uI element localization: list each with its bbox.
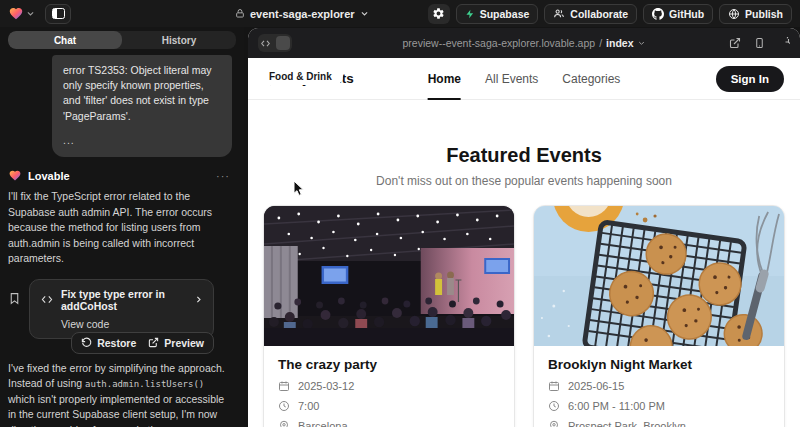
github-button[interactable]: GitHub [643, 4, 713, 24]
sidebar-toggle-icon [52, 8, 65, 19]
supabase-button-label: Supabase [480, 8, 530, 20]
lovable-logo-menu[interactable] [8, 6, 35, 21]
open-in-new-tab-button[interactable] [729, 37, 741, 49]
user-message-text: error TS2353: Object literal may only sp… [63, 64, 212, 122]
event-location: Barcelona [298, 420, 348, 427]
event-image-cookies [534, 206, 784, 346]
user-message-bubble: error TS2353: Object literal may only sp… [52, 55, 232, 157]
event-time: 6:00 PM - 11:00 PM [568, 400, 665, 412]
event-title: The crazy party [278, 357, 500, 372]
external-link-icon [148, 337, 159, 348]
refresh-icon [778, 37, 790, 49]
restore-icon [81, 337, 92, 348]
globe-icon [728, 8, 740, 20]
publish-button-label: Publish [745, 8, 783, 20]
event-cards: Arts The crazy party 2025-03-12 7:00 [248, 205, 800, 427]
featured-events-title: Featured Events [248, 144, 800, 167]
github-button-label: GitHub [669, 8, 704, 20]
nav-home[interactable]: Home [428, 58, 461, 100]
event-card-crazy-party[interactable]: Arts The crazy party 2025-03-12 7:00 [263, 205, 515, 427]
code-preview-toggle[interactable] [258, 34, 292, 52]
message-actions: Restore Preview [71, 332, 214, 354]
nav-all-events[interactable]: All Events [485, 58, 538, 100]
message-expand-ellipsis[interactable]: ... [63, 133, 221, 148]
fix-code-card[interactable]: Fix type type error in addCoHost View co… [29, 279, 214, 339]
toggle-knob [276, 36, 290, 50]
collaborate-button[interactable]: Collaborate [544, 4, 637, 24]
restore-button-label: Restore [97, 337, 136, 349]
clock-icon [548, 400, 560, 412]
project-switcher[interactable]: event-saga-explorer [235, 0, 369, 27]
event-time: 7:00 [298, 400, 319, 412]
project-name: event-saga-explorer [250, 8, 355, 20]
chevron-right-icon [194, 294, 203, 305]
assistant-name: Lovable [28, 170, 70, 182]
gear-icon [432, 7, 445, 20]
calendar-icon [278, 380, 290, 392]
code-icon [40, 294, 54, 305]
view-code-link[interactable]: View code [61, 318, 203, 330]
event-date-row: 2025-03-12 [278, 380, 500, 392]
app-topbar: event-saga-explorer Supabase Collaborate [0, 0, 800, 27]
url-page: index [606, 37, 633, 49]
message-menu-button[interactable]: ··· [216, 170, 230, 182]
event-date: 2025-03-12 [298, 380, 354, 392]
restore-button[interactable]: Restore [81, 337, 136, 349]
chat-history-tabs: Chat History [8, 31, 236, 49]
supabase-button[interactable]: Supabase [456, 4, 539, 24]
clock-icon [278, 400, 290, 412]
url-separator: / [599, 37, 602, 49]
lovable-heart-icon [8, 6, 24, 21]
lovable-heart-icon [8, 169, 22, 182]
result-text: which isn't properly implemented or acce… [8, 393, 224, 427]
lock-icon [235, 8, 245, 19]
map-pin-icon [548, 420, 560, 427]
chevron-down-icon [26, 9, 35, 18]
url-host: preview--event-saga-explorer.lovable.app [403, 37, 596, 49]
chevron-down-icon [360, 9, 369, 18]
code-icon [260, 39, 271, 48]
tab-chat[interactable]: Chat [8, 31, 122, 49]
preview-url-bar[interactable]: preview--event-saga-explorer.lovable.app… [403, 28, 646, 58]
github-icon [652, 8, 664, 20]
bolt-icon [465, 8, 475, 20]
settings-button[interactable] [428, 4, 450, 24]
site-viewport: CityEvents Home All Events Categories Si… [248, 58, 800, 427]
sign-in-button[interactable]: Sign In [716, 66, 784, 92]
assistant-result-message: I've fixed the error by simplifying the … [8, 361, 236, 427]
event-location-row: Barcelona [278, 420, 500, 427]
event-card-night-market[interactable]: Food & Drink Brooklyn Night Market 2025-… [533, 205, 785, 427]
fix-card-title: Fix type type error in addCoHost [61, 288, 187, 312]
bookmark-icon [8, 291, 21, 306]
assistant-header: Lovable ··· [8, 169, 236, 182]
event-time-row: 6:00 PM - 11:00 PM [548, 400, 770, 412]
refresh-button[interactable] [778, 37, 790, 49]
bookmark-button[interactable] [8, 291, 21, 306]
mobile-view-button[interactable] [754, 37, 765, 49]
featured-events-subtitle: Don't miss out on these popular events h… [248, 174, 800, 188]
nav-categories[interactable]: Categories [562, 58, 620, 100]
chevron-down-icon [637, 39, 645, 47]
event-image-conference [264, 206, 514, 346]
assistant-intro-message: I'll fix the TypeScript error related to… [8, 189, 236, 267]
preview-button[interactable]: Preview [148, 337, 204, 349]
event-date-row: 2025-06-15 [548, 380, 770, 392]
preview-toolbar: preview--event-saga-explorer.lovable.app… [248, 28, 800, 58]
preview-pane: preview--event-saga-explorer.lovable.app… [248, 28, 800, 427]
smartphone-icon [754, 37, 765, 49]
tab-history[interactable]: History [122, 31, 236, 49]
event-date: 2025-06-15 [568, 380, 624, 392]
users-icon [553, 8, 565, 19]
event-location: Prospect Park, Brooklyn [568, 420, 686, 427]
result-code: auth.admin.listUsers() [85, 379, 204, 389]
publish-button[interactable]: Publish [719, 4, 792, 24]
event-location-row: Prospect Park, Brooklyn [548, 420, 770, 427]
map-pin-icon [278, 420, 290, 427]
collaborate-button-label: Collaborate [570, 8, 628, 20]
event-time-row: 7:00 [278, 400, 500, 412]
event-title: Brooklyn Night Market [548, 357, 770, 372]
chat-sidebar: Chat History error TS2353: Object litera… [0, 27, 244, 427]
calendar-icon [548, 380, 560, 392]
sidebar-toggle-button[interactable] [45, 4, 71, 24]
external-link-icon [729, 37, 741, 49]
